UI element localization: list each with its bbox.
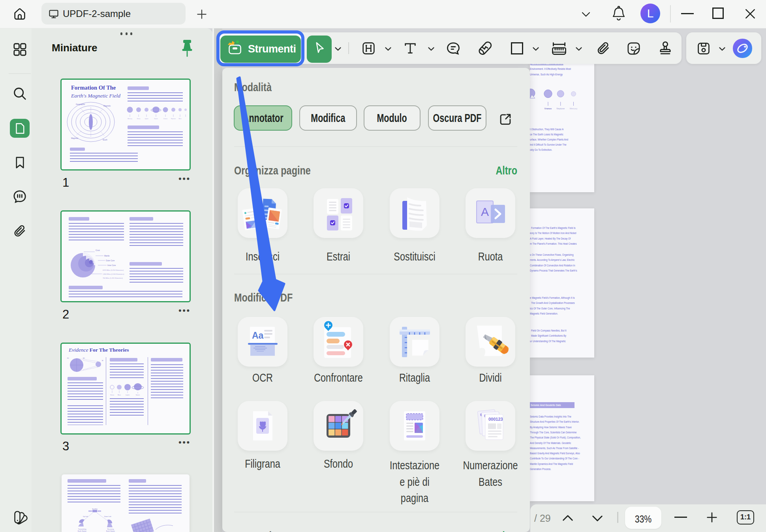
svg-text:Inner Core: Inner Core (107, 264, 116, 266)
svg-text:Venus: Venus (110, 394, 114, 396)
svg-text:M: M (102, 360, 103, 362)
svg-text:Mercury: Mercury (570, 107, 578, 110)
svg-text:A: A (481, 205, 489, 218)
svg-text:Geographic: Geographic (76, 103, 85, 105)
svg-text:Crust: Crust (96, 249, 100, 251)
svg-text:Magnetic: Magnetic (103, 105, 111, 107)
svg-text:Uranus: Uranus (163, 118, 168, 120)
svg-text:Uranus: Uranus (544, 107, 552, 110)
svg-text:Jupiter: Jupiter (145, 118, 149, 120)
svg-text:Jupiter: Jupiter (126, 394, 130, 396)
svg-text:South: South (103, 139, 107, 141)
svg-text:Earth Station: Earth Station (78, 530, 86, 532)
svg-text:B1: B1 (83, 357, 85, 359)
svg-text:Up Link: Up Link (83, 516, 88, 517)
svg-text:Mantle: Mantle (104, 255, 110, 257)
svg-text:760 Miles (1,220 Kilometers): 760 Miles (1,220 Kilometers) (103, 277, 123, 279)
svg-text:Transmitting: Transmitting (78, 528, 86, 530)
svg-text:Neptune: Neptune (557, 107, 565, 110)
svg-text:Mars: Mars (118, 394, 121, 396)
svg-text:F1: F1 (67, 357, 69, 359)
svg-text:Satellite: Satellite (92, 508, 98, 510)
svg-text:Mars: Mars (178, 118, 181, 120)
svg-text:Outer Core: Outer Core (106, 260, 115, 262)
svg-text:6370 Miles (5,250 Kilometers): 6370 Miles (5,250 Kilometers) (103, 269, 124, 271)
svg-text:Down Link: Down Link (104, 516, 111, 517)
svg-text:Saturn: Saturn (136, 394, 140, 396)
svg-text:Mercury: Mercury (128, 118, 132, 120)
svg-text:000123: 000123 (488, 417, 503, 421)
svg-text:Neptune: Neptune (171, 118, 176, 120)
svg-text:Saturn: Saturn (154, 118, 158, 120)
svg-text:Receiving: Receiving (107, 528, 114, 530)
svg-text:Venus: Venus (137, 118, 141, 120)
svg-text:Earth Station: Earth Station (106, 530, 115, 532)
svg-text:1,800 Miles (2,200 Kilometers): 1,800 Miles (2,200 Kilometers) (103, 273, 124, 275)
svg-text:Magnetic: Magnetic (71, 137, 79, 139)
svg-text:Aa: Aa (252, 330, 264, 341)
